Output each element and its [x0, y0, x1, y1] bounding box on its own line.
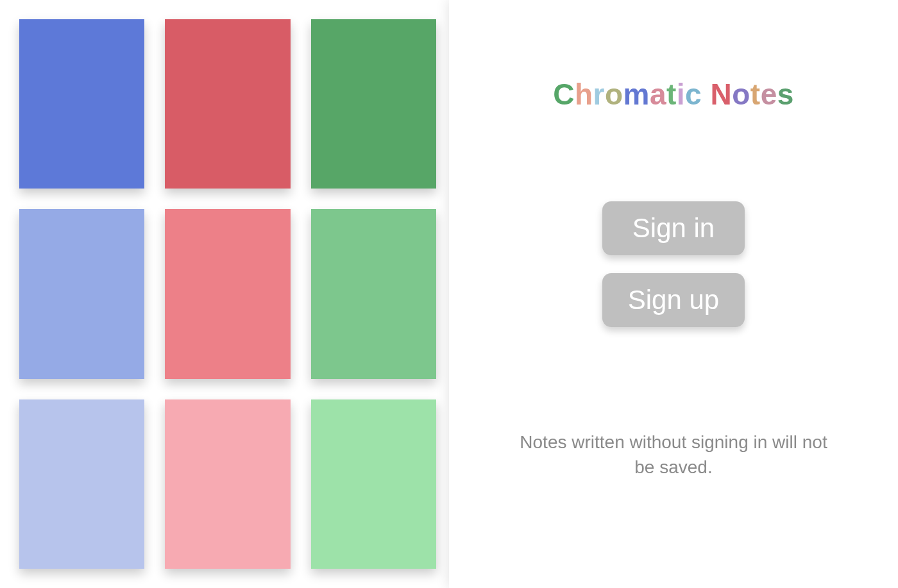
- sign-in-button[interactable]: Sign in: [602, 201, 745, 255]
- sign-up-button[interactable]: Sign up: [602, 273, 745, 327]
- color-tile-red-light[interactable]: [165, 399, 290, 569]
- color-tile-red-dark[interactable]: [165, 19, 290, 189]
- auth-panel: Chromatic Notes Sign in Sign up Notes wr…: [449, 0, 898, 588]
- auth-buttons: Sign in Sign up: [602, 201, 745, 327]
- color-tile-green-mid[interactable]: [311, 209, 436, 378]
- color-grid: [19, 19, 436, 569]
- color-tile-blue-dark[interactable]: [19, 19, 144, 189]
- color-tile-green-light[interactable]: [311, 399, 436, 569]
- color-tile-blue-mid[interactable]: [19, 209, 144, 378]
- color-tile-blue-light[interactable]: [19, 399, 144, 569]
- disclaimer-text: Notes written without signing in will no…: [513, 430, 834, 480]
- color-tile-red-mid[interactable]: [165, 209, 290, 378]
- app-title: Chromatic Notes: [553, 77, 794, 112]
- color-tile-green-dark[interactable]: [311, 19, 436, 189]
- color-palette-panel: [0, 0, 449, 588]
